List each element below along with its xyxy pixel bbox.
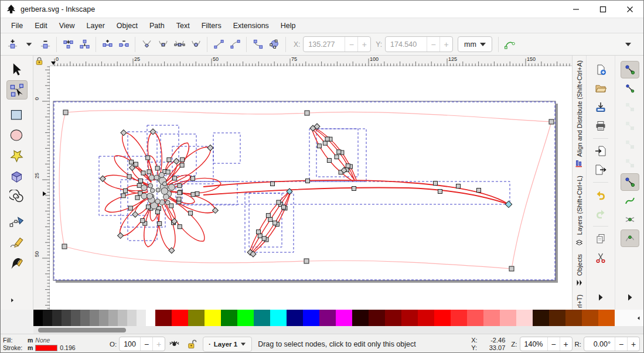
layer-visibility-toggle[interactable] [166, 337, 182, 352]
palette-swatch[interactable] [99, 310, 108, 326]
path-node[interactable] [438, 190, 442, 194]
node-auto[interactable] [188, 36, 204, 53]
dock-tab-align[interactable]: Align and Distribute (Shift+Ctrl+A) [575, 60, 583, 167]
path-node[interactable] [147, 170, 151, 174]
node-symmetric[interactable] [171, 36, 188, 53]
palette-swatch[interactable] [533, 310, 549, 326]
open-document-button[interactable] [591, 80, 610, 97]
x-coordinate-increase-button[interactable]: + [357, 37, 370, 52]
spiral-tool[interactable] [6, 187, 28, 207]
duplicate-button[interactable] [591, 230, 610, 248]
node-corner[interactable] [138, 36, 155, 53]
menu-edit[interactable]: Edit [29, 19, 53, 32]
palette-swatch[interactable] [146, 310, 155, 326]
opacity-spinner[interactable]: 100 − + [119, 337, 165, 351]
canvas[interactable] [50, 66, 572, 310]
palette-swatch[interactable] [118, 310, 127, 326]
palette-swatch[interactable] [385, 310, 401, 326]
opacity-decrease-button[interactable]: − [140, 337, 152, 351]
node-smooth[interactable] [155, 36, 171, 53]
snap-bounding-box-toggle[interactable] [621, 80, 639, 97]
path-node[interactable] [180, 157, 185, 162]
menu-view[interactable]: View [53, 19, 81, 32]
snap-bbox-midpoints-toggle[interactable] [621, 136, 639, 153]
path-node[interactable] [167, 157, 171, 162]
rect-tool[interactable] [6, 105, 28, 125]
path-node[interactable] [180, 163, 184, 167]
palette-swatch[interactable] [319, 310, 336, 326]
palette-swatch[interactable] [598, 310, 615, 326]
path-node[interactable] [509, 266, 514, 271]
snap-nodes-toggle[interactable] [621, 173, 639, 191]
path-node[interactable] [258, 234, 262, 238]
export-document-button[interactable] [591, 161, 610, 179]
menu-help[interactable]: Help [275, 19, 302, 32]
path-node[interactable] [337, 150, 341, 154]
path-node[interactable] [268, 217, 272, 221]
path-node[interactable] [155, 166, 159, 170]
layer-lock-toggle[interactable] [184, 337, 199, 352]
palette-swatch[interactable] [108, 310, 118, 326]
path-node[interactable] [137, 183, 141, 187]
lock-guides-icon[interactable] [35, 56, 44, 66]
palette-swatch[interactable] [188, 310, 205, 326]
path-node[interactable] [134, 162, 138, 166]
redo-button[interactable] [591, 205, 610, 222]
path-node[interactable] [169, 204, 173, 208]
palette-swatch[interactable] [418, 310, 434, 326]
palette-swatch[interactable] [137, 310, 146, 326]
stroke-to-path[interactable] [266, 36, 282, 53]
path-node[interactable] [123, 189, 127, 193]
insert-node-options[interactable] [21, 36, 37, 53]
path-node[interactable] [191, 176, 195, 180]
path-node[interactable] [150, 189, 154, 193]
rotation-decrease-button[interactable]: − [615, 337, 627, 351]
save-document-button[interactable] [591, 98, 610, 116]
opacity-increase-button[interactable]: + [152, 337, 165, 351]
menu-file[interactable]: File [5, 19, 29, 32]
close-icon[interactable] [616, 1, 643, 18]
palette-swatch[interactable] [52, 310, 62, 326]
palette-swatch[interactable] [582, 310, 598, 326]
horizontal-ruler[interactable]: 0255075100125150 [50, 56, 572, 66]
cut-button[interactable] [591, 249, 610, 266]
y-coordinate-increase-button[interactable]: + [439, 37, 452, 52]
segment-curve[interactable] [227, 36, 243, 53]
path-node[interactable] [352, 187, 356, 191]
path-node[interactable] [149, 175, 154, 180]
rotation-spinner[interactable]: 0.00° − + [584, 337, 640, 351]
show-handles[interactable] [502, 36, 518, 53]
delete-segment[interactable] [115, 36, 132, 53]
x-coordinate-field[interactable]: 135.277−+ [303, 36, 371, 52]
path-node[interactable] [166, 170, 170, 174]
path-node[interactable] [155, 210, 159, 214]
menu-path[interactable]: Path [144, 19, 171, 32]
path-node[interactable] [178, 225, 182, 229]
path-node[interactable] [165, 200, 170, 205]
path-node[interactable] [257, 230, 261, 234]
palette-swatch[interactable] [90, 310, 99, 326]
palette-swatch[interactable] [172, 310, 188, 326]
break-nodes[interactable] [76, 36, 93, 53]
path-node[interactable] [158, 222, 162, 226]
y-coordinate-field[interactable]: 174.540−+ [385, 36, 453, 52]
path-node[interactable] [62, 244, 67, 249]
path-node[interactable] [155, 199, 160, 204]
palette-swatch[interactable] [401, 310, 418, 326]
path-node[interactable] [304, 259, 309, 263]
pencil-tool[interactable] [6, 233, 28, 252]
commands-expand-button[interactable] [591, 289, 610, 306]
path-node[interactable] [325, 137, 329, 141]
menu-filters[interactable]: Filters [196, 19, 227, 32]
menu-object[interactable]: Object [111, 19, 144, 32]
path-node[interactable] [141, 218, 145, 222]
palette-swatch[interactable] [254, 310, 270, 326]
opacity-value[interactable]: 100 [120, 340, 140, 348]
path-node[interactable] [146, 205, 151, 209]
current-layer-selector[interactable]: · Layer 1 [203, 337, 252, 352]
path-node[interactable] [147, 193, 153, 199]
path-node[interactable] [335, 155, 339, 159]
path-node[interactable] [121, 194, 125, 198]
path-node[interactable] [282, 205, 286, 209]
palette-swatch[interactable] [336, 310, 352, 326]
